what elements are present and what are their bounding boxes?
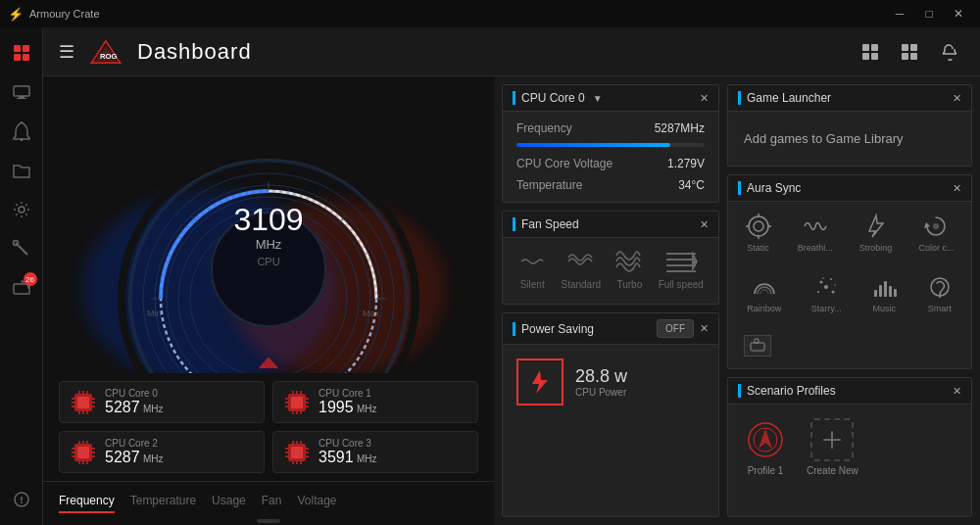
aura-mode-rainbow[interactable]: Rainbow xyxy=(743,270,785,317)
sidebar-item-dashboard[interactable] xyxy=(4,35,39,71)
svg-rect-24 xyxy=(910,44,917,51)
fan-widget: Fan Speed ✕ Silent xyxy=(502,211,719,305)
aura-strobing-label: Strobing xyxy=(859,243,893,253)
cpu-core-0-card: CPU Core 0 5287 MHz xyxy=(59,381,265,423)
aura-mode-breathing[interactable]: Breathi... xyxy=(794,210,837,257)
game-widget-close-icon[interactable]: ✕ xyxy=(953,92,961,105)
aura-widget-close-icon[interactable]: ✕ xyxy=(953,182,961,195)
cpu-core-2-card: CPU Core 2 5287 MHz xyxy=(59,431,265,473)
scenario-widget-close-icon[interactable]: ✕ xyxy=(953,385,961,398)
create-new-item[interactable]: Create New xyxy=(807,418,858,476)
cpu-core-2-info: CPU Core 2 5287 MHz xyxy=(105,438,254,466)
cpu-core-1-freq: 1995 MHz xyxy=(318,399,467,416)
svg-rect-6 xyxy=(17,98,26,99)
aura-mode-starry[interactable]: Starry... xyxy=(808,270,846,317)
svg-point-125 xyxy=(834,284,836,286)
fan-silent-label: Silent xyxy=(520,279,545,290)
svg-rect-91 xyxy=(291,447,303,458)
minimize-button[interactable]: ─ xyxy=(886,0,913,27)
right-col: Game Launcher ✕ Add games to Game Librar… xyxy=(727,84,972,517)
profile-1-item[interactable]: Profile 1 xyxy=(744,418,787,476)
gauge-value: 3109 xyxy=(233,204,303,235)
fan-widget-close-icon[interactable]: ✕ xyxy=(700,218,709,231)
fan-mode-turbo[interactable]: Turbo xyxy=(614,248,644,290)
sidebar-item-bottom[interactable] xyxy=(4,482,39,517)
aura-widget-header: Aura Sync ✕ xyxy=(728,175,971,202)
cpu-freq-bar xyxy=(516,143,705,147)
cpu-widget-body: Frequency 5287MHz CPU Core Voltage 1.279… xyxy=(503,112,718,202)
aura-static-label: Static xyxy=(747,243,769,253)
gauge-bottom-icon xyxy=(254,354,283,373)
tab-voltage[interactable]: Voltage xyxy=(297,490,336,513)
tab-temperature[interactable]: Temperature xyxy=(130,490,196,513)
right-panel: CPU Core 0 ▼ ✕ Frequency 5287MHz xyxy=(494,76,980,525)
fan-turbo-icon xyxy=(614,248,644,275)
sidebar-item-notifications[interactable] xyxy=(4,114,39,149)
aura-widget-title: Aura Sync xyxy=(747,181,801,195)
svg-point-132 xyxy=(939,296,941,298)
fan-widget-accent xyxy=(513,217,515,231)
svg-point-119 xyxy=(820,281,823,284)
cpu-core-1-card: CPU Core 1 1995 MHz xyxy=(272,381,478,423)
svg-rect-130 xyxy=(894,289,897,297)
create-new-label: Create New xyxy=(807,465,858,476)
power-toggle-button[interactable]: OFF xyxy=(657,319,694,338)
fan-full-icon xyxy=(664,248,698,275)
profile-1-icon xyxy=(744,418,787,461)
notify-button[interactable] xyxy=(933,36,964,68)
aura-widget-header-left: Aura Sync xyxy=(738,181,801,195)
scenario-widget-header-left: Scenario Profiles xyxy=(738,384,836,398)
fan-widget-header-left: Fan Speed xyxy=(513,217,579,231)
bottom-tabs: Frequency Temperature Usage Fan Voltage xyxy=(43,481,494,517)
hamburger-button[interactable]: ☰ xyxy=(59,41,74,63)
maximize-button[interactable]: □ xyxy=(915,0,943,27)
gauge-unit: MHz xyxy=(233,237,303,252)
list-view-button[interactable] xyxy=(894,36,925,68)
power-widget-close-icon[interactable]: ✕ xyxy=(700,322,709,335)
scenario-widget-body: Profile 1 Create New xyxy=(728,405,971,490)
tab-fan[interactable]: Fan xyxy=(262,490,282,513)
aura-mode-strobing[interactable]: Strobing xyxy=(856,210,897,257)
cpu-widget-close-icon[interactable]: ✕ xyxy=(700,92,709,105)
cpu-core-dropdown-icon[interactable]: ▼ xyxy=(593,93,603,104)
cpu-core-0-freq: 5287 MHz xyxy=(105,399,254,416)
sidebar-item-settings[interactable] xyxy=(4,192,39,227)
sidebar-item-folder[interactable] xyxy=(4,153,39,188)
aura-mode-color-cycle[interactable]: Color c... xyxy=(914,210,957,257)
svg-point-7 xyxy=(20,138,23,141)
close-button[interactable]: ✕ xyxy=(945,0,972,27)
sidebar-item-devices[interactable] xyxy=(4,74,39,110)
grid-view-button[interactable] xyxy=(855,36,886,68)
cpu-core-3-freq: 3591 MHz xyxy=(318,449,467,466)
aura-extra-button[interactable] xyxy=(744,335,771,357)
fan-mode-standard[interactable]: Standard xyxy=(561,248,601,290)
aura-static-icon xyxy=(746,214,771,239)
svg-rect-26 xyxy=(910,53,917,60)
fan-mode-full[interactable]: Full speed xyxy=(659,248,704,290)
sidebar: 26 xyxy=(0,27,43,525)
fan-turbo-label: Turbo xyxy=(616,279,642,290)
svg-rect-128 xyxy=(884,281,887,297)
svg-rect-127 xyxy=(879,285,882,297)
header: ☰ ROG Dashboard xyxy=(43,27,980,76)
rog-icon: ⚡ xyxy=(8,7,24,22)
profile-1-label: Profile 1 xyxy=(748,465,784,476)
cpu-widget-header-left: CPU Core 0 ▼ xyxy=(513,91,603,105)
svg-rect-5 xyxy=(19,96,24,98)
sidebar-item-tools[interactable] xyxy=(4,231,39,266)
cpu-core-3-info: CPU Core 3 3591 MHz xyxy=(318,438,467,466)
fan-mode-silent[interactable]: Silent xyxy=(517,248,547,290)
tab-usage[interactable]: Usage xyxy=(212,490,246,513)
aura-mode-static[interactable]: Static xyxy=(742,210,775,257)
power-widget-body: 28.8 w CPU Power xyxy=(503,345,718,419)
scrollbar[interactable] xyxy=(43,517,494,525)
aura-mode-smart[interactable]: Smart xyxy=(923,270,956,317)
cpu-core-3-icon xyxy=(283,439,311,466)
svg-point-118 xyxy=(933,223,939,229)
sidebar-item-update[interactable]: 26 xyxy=(4,270,39,306)
profile-1-rog-icon xyxy=(747,421,784,458)
aura-mode-music[interactable]: Music xyxy=(867,270,901,317)
tab-frequency[interactable]: Frequency xyxy=(59,490,115,513)
aura-breathing-icon xyxy=(803,214,828,239)
scenario-widget: Scenario Profiles ✕ xyxy=(727,377,972,517)
